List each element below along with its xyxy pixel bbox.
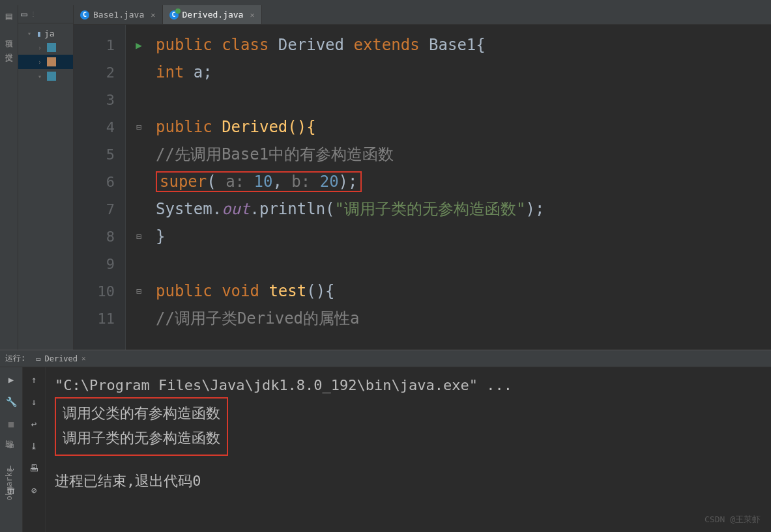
project-tree: ▾ ▮ ja › › ▾ bbox=[18, 23, 73, 86]
code-line: System.out.println("调用子类的无参构造函数"); bbox=[156, 195, 771, 223]
folder-icon bbox=[47, 57, 56, 66]
rail-bookmarks[interactable]: okmarks bbox=[5, 468, 14, 501]
line-number[interactable]: 1 bbox=[74, 31, 125, 59]
bottom-left-rail: okmarks 结构 bbox=[0, 455, 18, 506]
left-tool-rail: ▤ 项目 提交 bbox=[0, 5, 18, 350]
project-selector-icon[interactable]: ▭ bbox=[21, 8, 27, 20]
code-line: //调用子类Derived的属性a bbox=[156, 305, 771, 332]
class-file-icon: C bbox=[80, 10, 89, 20]
wrench-icon[interactable]: 🔧 bbox=[4, 395, 18, 409]
line-number[interactable]: 5 bbox=[74, 141, 125, 168]
class-file-icon: C bbox=[169, 10, 179, 20]
code-line: public class Derived extends Base1{ bbox=[156, 31, 771, 59]
line-number-gutter: 1 2 3 4 5 6 7 8 9 10 11 bbox=[74, 25, 126, 350]
code-line: int a; bbox=[156, 59, 771, 86]
project-header: ▭ ⋮ bbox=[18, 5, 73, 23]
code-content[interactable]: public class Derived extends Base1{ int … bbox=[152, 25, 771, 350]
print-icon[interactable]: 🖶 bbox=[27, 461, 41, 475]
run-header: 运行: ▭ Derived ✕ bbox=[0, 350, 771, 367]
scroll-end-icon[interactable]: ⤓ bbox=[27, 439, 41, 453]
highlight-box: super( a: 10, b: 20); bbox=[156, 171, 362, 192]
line-number[interactable]: 11 bbox=[74, 305, 125, 332]
up-arrow-icon[interactable]: ↑ bbox=[27, 372, 41, 387]
main-split: ▤ 项目 提交 ▭ ⋮ ▾ ▮ ja › › ▾ bbox=[0, 5, 771, 350]
run-gutter-icon[interactable]: ▶ bbox=[136, 39, 142, 51]
console-command: "C:\Program Files\Java\jdk1.8.0_192\bin\… bbox=[55, 372, 762, 397]
code-line: } bbox=[156, 223, 771, 250]
folder-icon bbox=[47, 43, 56, 52]
run-toolbar-secondary: ↑ ↓ ↩ ⤓ 🖶 ⊘ bbox=[23, 367, 46, 532]
line-number[interactable]: 6 bbox=[74, 168, 125, 195]
code-line: public Derived(){ bbox=[156, 113, 771, 141]
soft-wrap-icon[interactable]: ↩ bbox=[27, 417, 41, 431]
gutter-icons: ▶ ⊟ ⊟ ⊟ bbox=[126, 25, 152, 350]
close-icon[interactable]: ✕ bbox=[81, 354, 86, 363]
line-number[interactable]: 2 bbox=[74, 59, 125, 86]
tree-label: ja bbox=[44, 29, 55, 38]
code-line bbox=[156, 86, 771, 113]
line-number[interactable]: 7 bbox=[74, 195, 125, 223]
chevron-right-icon[interactable]: › bbox=[38, 44, 44, 51]
line-number[interactable]: 4 bbox=[74, 113, 125, 141]
tab-derived[interactable]: C Derived.java ✕ bbox=[163, 5, 262, 24]
line-number[interactable]: 3 bbox=[74, 86, 125, 113]
folder-icon: ▮ bbox=[36, 29, 42, 38]
editor-area: C Base1.java ✕ C Derived.java ✕ 1 2 3 4 … bbox=[74, 5, 771, 350]
close-icon[interactable]: ✕ bbox=[151, 10, 155, 20]
down-arrow-icon[interactable]: ↓ bbox=[27, 395, 41, 409]
line-number[interactable]: 9 bbox=[74, 250, 125, 277]
fold-end-icon[interactable]: ⊟ bbox=[136, 231, 141, 242]
chevron-down-icon[interactable]: ▾ bbox=[38, 73, 44, 80]
console-line: 调用父类的有参构造函数 bbox=[63, 401, 220, 426]
line-number[interactable]: 10 bbox=[74, 277, 125, 305]
console-output[interactable]: "C:\Program Files\Java\jdk1.8.0_192\bin\… bbox=[46, 367, 771, 532]
line-number[interactable]: 8 bbox=[74, 223, 125, 250]
fold-icon[interactable]: ⊟ bbox=[136, 122, 141, 132]
run-body: ▶ 🔧 ■ ⏎ ⫝ 🗑 ↑ ↓ ↩ ⤓ 🖶 ⊘ "C:\Program File… bbox=[0, 367, 771, 532]
code-line: //先调用Base1中的有参构造函数 bbox=[156, 141, 771, 168]
tab-label: Base1.java bbox=[93, 10, 144, 20]
editor-body[interactable]: 1 2 3 4 5 6 7 8 9 10 11 ▶ ⊟ ⊟ bbox=[74, 25, 771, 350]
run-toolbar-primary: ▶ 🔧 ■ ⏎ ⫝ 🗑 bbox=[0, 367, 23, 532]
clear-icon[interactable]: ⊘ bbox=[27, 483, 41, 497]
chevron-right-icon[interactable]: › bbox=[38, 59, 44, 66]
output-highlight-box: 调用父类的有参构造函数 调用子类的无参构造函数 bbox=[55, 397, 228, 456]
run-window-icon: ▭ bbox=[36, 354, 40, 363]
tab-base1[interactable]: C Base1.java ✕ bbox=[74, 5, 163, 24]
tree-node[interactable]: ▾ bbox=[18, 69, 73, 83]
title-bar-strip bbox=[0, 0, 771, 5]
code-line bbox=[156, 250, 771, 277]
close-icon[interactable]: ✕ bbox=[250, 10, 254, 20]
run-tool-window: 运行: ▭ Derived ✕ ▶ 🔧 ■ ⏎ ⫝ 🗑 ↑ ↓ ↩ ⤓ 🖶 ⊘ … bbox=[0, 350, 771, 532]
exit-button[interactable]: ⏎ bbox=[4, 439, 18, 453]
console-line bbox=[55, 456, 762, 469]
watermark: CSDN @王莱虾 bbox=[705, 514, 761, 525]
console-line: 调用子类的无参构造函数 bbox=[63, 426, 220, 451]
run-config-tab[interactable]: ▭ Derived ✕ bbox=[31, 350, 91, 367]
tree-node[interactable]: › bbox=[18, 55, 73, 69]
drag-handle-icon[interactable]: ⋮ bbox=[30, 10, 36, 18]
tree-node[interactable]: › bbox=[18, 40, 73, 55]
run-tab-label: Derived bbox=[44, 354, 78, 363]
folder-icon bbox=[47, 72, 56, 81]
tree-root[interactable]: ▾ ▮ ja bbox=[18, 26, 73, 40]
tab-label: Derived.java bbox=[182, 10, 244, 20]
project-tool-window: ▭ ⋮ ▾ ▮ ja › › ▾ bbox=[18, 5, 74, 350]
rerun-button[interactable]: ▶ bbox=[4, 372, 18, 387]
run-label: 运行: bbox=[5, 353, 25, 364]
code-line: super( a: 10, b: 20); bbox=[156, 168, 771, 195]
stop-button[interactable]: ■ bbox=[4, 417, 18, 431]
chevron-down-icon[interactable]: ▾ bbox=[27, 30, 34, 37]
console-exit: 进程已结束,退出代码0 bbox=[55, 469, 762, 494]
fold-icon[interactable]: ⊟ bbox=[136, 286, 141, 296]
editor-tabs: C Base1.java ✕ C Derived.java ✕ bbox=[74, 5, 771, 25]
layout-icon[interactable]: ▤ bbox=[4, 10, 14, 21]
code-line: public void test(){ bbox=[156, 277, 771, 305]
